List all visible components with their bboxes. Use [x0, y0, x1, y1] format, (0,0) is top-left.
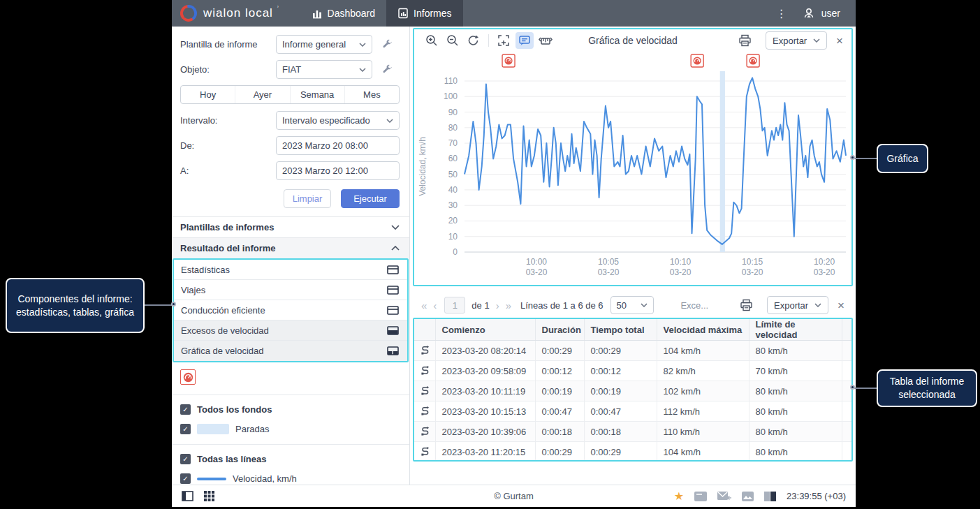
kebab-menu-icon[interactable]: ⋮ [776, 7, 787, 20]
next-page-button[interactable]: › [496, 300, 499, 311]
report-result-pane: Gráfica de velocidad Exportar × 01020304… [411, 27, 856, 485]
clear-button[interactable]: Limpiar [284, 189, 331, 208]
to-input[interactable] [282, 165, 393, 176]
table-close-button[interactable]: × [838, 300, 844, 311]
screenshot-stage: wialon local ʾ Dashboard Informes ⋮ [0, 0, 980, 509]
excel-label[interactable]: Exce... [680, 300, 708, 311]
speed-line [465, 78, 846, 244]
component-viajes[interactable]: Viajes [174, 280, 407, 300]
table-row[interactable]: 2023-03-20 10:11:190:00:190:00:19102 km/… [414, 381, 851, 401]
chevron-down-icon [814, 303, 821, 307]
velocidad-checkbox[interactable]: ✓ [180, 473, 191, 484]
object-settings-button[interactable] [380, 63, 394, 77]
violation-marker-icon[interactable] [691, 54, 703, 67]
last-page-button[interactable]: » [506, 300, 511, 311]
tooltip-toggle-button[interactable] [515, 32, 534, 49]
object-select[interactable]: FIAT [276, 60, 372, 79]
zoom-reset-icon [467, 34, 480, 47]
template-label: Plantilla de informe [180, 39, 276, 50]
user-menu[interactable]: user [803, 7, 840, 20]
x-tick-time: 10:15 [742, 257, 763, 267]
all-lines-checkbox[interactable]: ✓ [180, 454, 191, 464]
violation-marker-icon[interactable] [747, 54, 759, 67]
favorites-star-icon[interactable]: ★ [674, 489, 684, 503]
speeding-legend-icon [180, 369, 196, 385]
execute-button[interactable]: Ejecutar [341, 189, 400, 208]
section-resultado[interactable]: Resultado del informe [172, 237, 409, 258]
x-tick-date: 03-20 [670, 267, 692, 277]
expand-button[interactable] [495, 32, 513, 49]
range-ayer-button[interactable]: Ayer [235, 86, 290, 103]
cell-tiempo-total: 0:00:29 [584, 341, 657, 361]
cell-limite: 80 km/h [749, 341, 842, 361]
violation-marker-icon[interactable] [502, 54, 515, 67]
from-input[interactable] [282, 140, 393, 151]
component-grafica-velocidad[interactable]: Gráfica de velocidad [174, 341, 407, 361]
page-size-select[interactable]: 50 [610, 296, 654, 314]
page-number-input[interactable]: 1 [444, 297, 465, 313]
table-icon [387, 306, 399, 315]
range-hoy-button[interactable]: Hoy [181, 86, 235, 103]
table-print-button[interactable] [737, 297, 755, 313]
cell-comienzo: 2023-03-20 08:20:14 [435, 341, 535, 361]
table-row[interactable]: 2023-03-20 08:20:140:00:290:00:29104 km/… [414, 341, 851, 361]
range-mes-button[interactable]: Mes [345, 86, 399, 103]
component-excesos-velocidad[interactable]: Excesos de velocidad [174, 320, 407, 341]
tab-informes[interactable]: Informes [386, 0, 462, 27]
console-button[interactable] [694, 492, 707, 501]
chart-close-button[interactable]: × [836, 35, 843, 47]
image-icon [742, 492, 754, 501]
split-panel-button[interactable] [764, 492, 776, 501]
component-estadisticas[interactable]: Estadísticas [174, 260, 407, 280]
speed-chart[interactable]: 0102030405060708090100110Velocidad, km/h… [414, 52, 851, 283]
apps-grid-button[interactable] [204, 491, 214, 501]
wialon-logo[interactable]: wialon local ʾ [172, 5, 300, 22]
top-bar: wialon local ʾ Dashboard Informes ⋮ [172, 0, 856, 27]
reports-icon [397, 8, 409, 19]
route-icon [420, 386, 430, 396]
quick-range-group: Hoy Ayer Semana Mes [180, 85, 400, 104]
chart-export-button[interactable]: Exportar [766, 31, 827, 50]
cell-tiempo-total: 0:00:18 [584, 422, 657, 442]
layout-toggle-button[interactable] [182, 491, 193, 501]
grid-icon [204, 491, 214, 501]
table-export-button[interactable]: Exportar [767, 296, 828, 314]
zoom-reset-button[interactable] [465, 32, 483, 49]
cell-comienzo: 2023-03-20 10:39:06 [435, 422, 535, 442]
template-select[interactable]: Informe general [276, 35, 372, 54]
paradas-checkbox[interactable]: ✓ [180, 424, 191, 434]
table-row[interactable]: 2023-03-20 10:39:060:00:180:00:18110 km/… [414, 422, 851, 442]
cell-velocidad-maxima: 110 km/h [657, 422, 749, 442]
cell-comienzo: 2023-03-20 10:11:19 [435, 381, 535, 401]
zoom-in-button[interactable] [423, 32, 441, 49]
chart-export-label: Exportar [773, 36, 807, 46]
template-settings-button[interactable] [380, 38, 394, 52]
all-backgrounds-checkbox[interactable]: ✓ [180, 404, 191, 415]
first-page-button[interactable]: « [421, 300, 427, 311]
table-toolbar: « ‹ 1 de 1 › » Líneas de 1 a 6 de 6 50 E… [413, 293, 853, 317]
cell-comienzo: 2023-03-20 11:20:15 [435, 442, 535, 462]
interval-select[interactable]: Intervalo especificado [276, 111, 400, 130]
divider [172, 394, 409, 395]
tab-dashboard[interactable]: Dashboard [300, 0, 387, 27]
table-row[interactable]: 2023-03-20 11:20:150:00:290:00:29104 km/… [414, 442, 851, 462]
gallery-button[interactable] [742, 492, 754, 501]
y-tick-label: 0 [453, 247, 458, 257]
table-row[interactable]: 2023-03-20 09:58:090:00:120:00:1282 km/h… [414, 361, 851, 381]
prev-page-button[interactable]: ‹ [433, 300, 437, 311]
messages-button[interactable] [717, 492, 731, 501]
table-header-row: Comienzo Duración Tiempo total Velocidad… [414, 319, 851, 341]
chart-print-button[interactable] [736, 32, 754, 49]
annotation-connector [143, 304, 174, 306]
table-row[interactable]: 2023-03-20 10:15:130:00:470:00:47112 km/… [414, 401, 851, 422]
section-plantillas[interactable]: Plantillas de informes [172, 216, 409, 237]
time-ruler-button[interactable] [536, 32, 555, 49]
component-conduccion-eficiente[interactable]: Conducción eficiente [174, 300, 407, 320]
y-axis-label: Velocidad, km/h [418, 137, 427, 196]
all-lines-label: Todas las líneas [197, 454, 266, 464]
range-semana-button[interactable]: Semana [291, 86, 345, 103]
zoom-out-button[interactable] [444, 32, 462, 49]
component-label: Estadísticas [181, 265, 230, 275]
chart-toolbar: Gráfica de velocidad Exportar × [414, 29, 851, 52]
column-header: Tiempo total [584, 319, 657, 341]
